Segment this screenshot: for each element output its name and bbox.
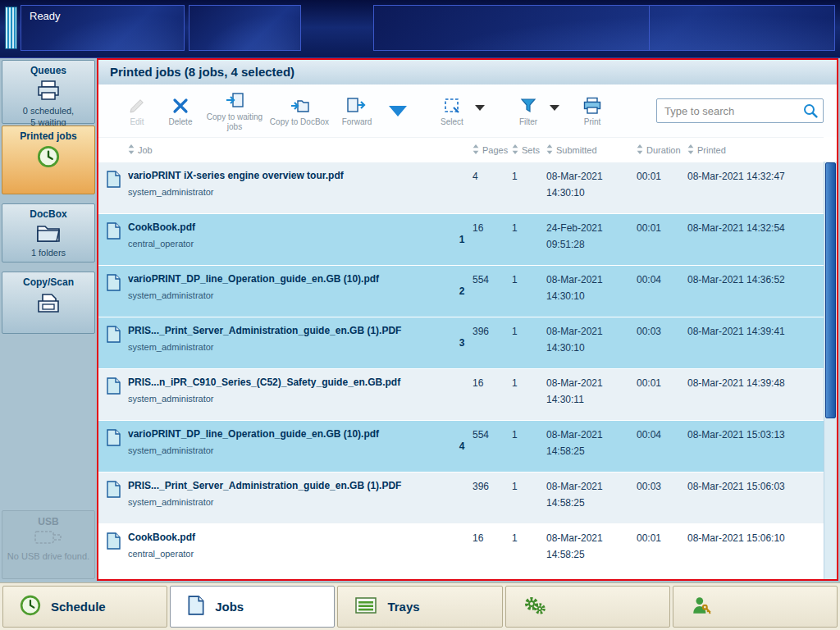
sidebar-item-copy-scan[interactable]: Copy/Scan bbox=[2, 272, 95, 334]
tab-operator[interactable] bbox=[673, 586, 838, 628]
copier-icon bbox=[35, 291, 62, 318]
selection-order-badge: 2 bbox=[451, 266, 472, 317]
job-submitted-cell: 08-Mar-2021 14:58:25 bbox=[546, 472, 637, 523]
job-submitted-date: 08-Mar-2021 bbox=[546, 171, 637, 182]
job-printed: 08-Mar-2021 15:06:10 bbox=[687, 524, 824, 575]
job-sets: 1 bbox=[512, 317, 546, 368]
tab-trays[interactable]: Trays bbox=[337, 586, 502, 628]
delete-button[interactable]: Delete bbox=[158, 95, 203, 127]
job-name-cell: varioPRINT_DP_line_Operation_guide_en.GB… bbox=[128, 421, 451, 472]
job-submitted-time: 14:30:10 bbox=[546, 290, 637, 302]
sort-icon bbox=[512, 144, 518, 156]
sidebar-item-queues[interactable]: Queues 0 scheduled, 5 waiting bbox=[2, 60, 95, 124]
job-submitted-cell: 08-Mar-2021 14:58:25 bbox=[546, 421, 637, 472]
job-pages: 396 bbox=[472, 472, 512, 523]
job-name: PRIS..._Print_Server_Administration_guid… bbox=[128, 480, 451, 491]
column-header-submitted[interactable]: Submitted bbox=[546, 144, 637, 156]
tab-schedule-label: Schedule bbox=[51, 600, 106, 614]
job-submitted-time: 14:30:10 bbox=[546, 187, 637, 199]
search-icon[interactable] bbox=[802, 103, 819, 122]
copy-to-waiting-jobs-button[interactable]: Copy to waiting jobs bbox=[203, 90, 266, 131]
job-duration: 00:03 bbox=[637, 472, 687, 523]
job-printed: 08-Mar-2021 15:03:13 bbox=[687, 421, 824, 472]
jobs-document-icon bbox=[187, 595, 205, 619]
table-scrollbar[interactable] bbox=[824, 162, 837, 579]
job-duration: 00:01 bbox=[637, 369, 687, 420]
job-name-cell: CookBook.pdf central_operator bbox=[128, 214, 451, 265]
column-header-printed[interactable]: Printed bbox=[687, 144, 824, 156]
search-input[interactable] bbox=[656, 98, 824, 123]
delete-label: Delete bbox=[169, 117, 193, 127]
select-button[interactable]: Select bbox=[431, 95, 472, 127]
column-header-job[interactable]: Job bbox=[128, 144, 451, 156]
job-sets: 1 bbox=[512, 369, 546, 420]
delete-x-icon bbox=[171, 95, 189, 115]
sidebar-item-docbox[interactable]: DocBox 1 folders bbox=[2, 203, 95, 262]
job-submitted-time: 14:30:10 bbox=[546, 342, 637, 354]
job-submitted-cell: 08-Mar-2021 14:30:10 bbox=[546, 317, 637, 368]
job-submitted-time: 14:30:11 bbox=[546, 394, 637, 405]
column-header-pages[interactable]: Pages bbox=[472, 144, 512, 156]
job-owner: system_administrator bbox=[128, 342, 451, 352]
job-duration: 00:01 bbox=[637, 214, 687, 265]
job-name: PRIS...n_iPR_C910_Series_(C52)_Safety_gu… bbox=[128, 377, 451, 388]
job-name: PRIS..._Print_Server_Administration_guid… bbox=[128, 325, 451, 336]
selection-order-badge: 3 bbox=[451, 317, 472, 368]
job-sets: 1 bbox=[512, 162, 546, 213]
job-owner: system_administrator bbox=[128, 445, 451, 455]
job-row[interactable]: PRIS..._Print_Server_Administration_guid… bbox=[98, 472, 824, 524]
print-button[interactable]: Print bbox=[573, 95, 612, 127]
filter-funnel-icon bbox=[519, 95, 537, 115]
filter-label: Filter bbox=[519, 117, 537, 127]
job-pages: 16 bbox=[472, 524, 512, 575]
filter-dropdown-arrow[interactable] bbox=[550, 105, 559, 111]
job-name: CookBook.pdf bbox=[128, 532, 451, 543]
printer-status-text: Ready bbox=[21, 6, 61, 22]
job-row[interactable]: varioPRINT_DP_line_Operation_guide_en.GB… bbox=[98, 266, 824, 317]
job-name-cell: PRIS...n_iPR_C910_Series_(C52)_Safety_gu… bbox=[128, 369, 451, 420]
job-row[interactable]: CookBook.pdf central_operator 16 1 08-Ma… bbox=[98, 524, 824, 576]
job-name-cell: varioPRINT iX-series engine overview tou… bbox=[128, 162, 451, 213]
copy-to-docbox-button[interactable]: Copy to DocBox bbox=[266, 95, 333, 127]
scrollbar-thumb[interactable] bbox=[825, 162, 836, 418]
job-printed: 08-Mar-2021 14:32:47 bbox=[687, 162, 824, 213]
job-row[interactable]: PRIS...n_iPR_C910_Series_(C52)_Safety_gu… bbox=[98, 369, 824, 421]
job-printed: 08-Mar-2021 14:32:54 bbox=[687, 214, 824, 265]
job-printed: 08-Mar-2021 14:36:52 bbox=[687, 266, 824, 317]
column-header-duration[interactable]: Duration bbox=[637, 144, 687, 156]
tab-system[interactable] bbox=[505, 586, 670, 628]
filter-button[interactable]: Filter bbox=[509, 95, 547, 127]
main-content: Queues 0 scheduled, 5 waiting Printed jo… bbox=[0, 58, 840, 582]
job-submitted-time: 14:58:25 bbox=[546, 497, 637, 509]
job-row[interactable]: PRIS..._Print_Server_Administration_guid… bbox=[98, 317, 824, 369]
job-row[interactable]: varioPRINT_DP_line_Operation_guide_en.GB… bbox=[98, 421, 824, 472]
job-owner: system_administrator bbox=[128, 394, 451, 404]
job-sets: 1 bbox=[512, 214, 546, 265]
job-submitted-date: 08-Mar-2021 bbox=[546, 274, 637, 285]
job-document-icon bbox=[98, 266, 128, 317]
queues-scheduled-count: 0 scheduled, bbox=[23, 106, 74, 117]
job-owner: central_operator bbox=[128, 549, 451, 559]
docbox-folder-count: 1 folders bbox=[31, 248, 66, 259]
job-duration: 00:04 bbox=[637, 421, 687, 472]
job-name-cell: varioPRINT_DP_line_Operation_guide_en.GB… bbox=[128, 266, 451, 317]
job-owner: central_operator bbox=[128, 239, 451, 249]
job-row[interactable]: CookBook.pdf central_operator 1 16 1 24-… bbox=[98, 214, 824, 266]
toolbar-dropdown-button[interactable] bbox=[389, 106, 407, 116]
sidebar-item-printed-jobs[interactable]: Printed jobs bbox=[2, 126, 95, 194]
tab-schedule[interactable]: Schedule bbox=[2, 586, 167, 628]
job-submitted-time: 14:58:25 bbox=[546, 549, 637, 560]
job-row[interactable]: varioPRINT iX-series engine overview tou… bbox=[98, 162, 824, 214]
tab-jobs[interactable]: Jobs bbox=[170, 586, 335, 628]
table-header-row: Job Pages Sets Submitted Duration bbox=[98, 137, 824, 162]
select-dropdown-arrow[interactable] bbox=[475, 105, 485, 111]
copy-scan-label: Copy/Scan bbox=[23, 276, 74, 288]
job-document-icon bbox=[98, 421, 128, 472]
search-box bbox=[656, 98, 824, 123]
column-header-sets[interactable]: Sets bbox=[512, 144, 546, 156]
status-box-right bbox=[373, 5, 835, 51]
edit-button[interactable]: Edit bbox=[116, 95, 158, 127]
forward-button[interactable]: Forward bbox=[333, 95, 381, 127]
job-name-cell: PRIS..._Print_Server_Administration_guid… bbox=[128, 472, 451, 523]
job-name: varioPRINT_DP_line_Operation_guide_en.GB… bbox=[128, 273, 451, 285]
